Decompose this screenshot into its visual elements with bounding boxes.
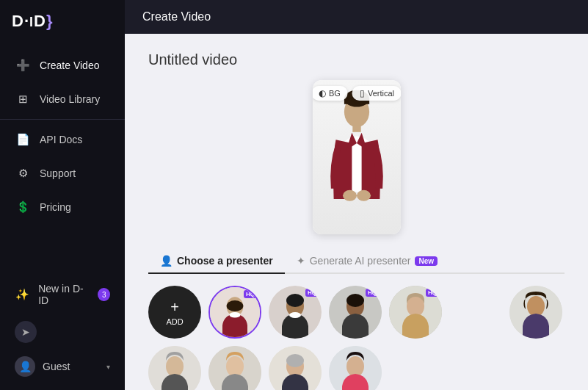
new-tab-badge: New [415,256,438,266]
svg-point-25 [226,356,244,377]
presenter-thumb-1[interactable]: HQ [208,286,261,339]
sparkle-icon: ✨ [15,286,29,303]
content-area: Untitled video ◐ BG ▯ Vertical [125,34,588,390]
new-in-did-label: New in D-ID [38,283,89,306]
presenter-grid: + ADD HQ [148,286,565,390]
svg-point-4 [357,190,371,201]
sidebar-item-support[interactable]: ⚙ Support [0,156,125,190]
vertical-icon: ▯ [360,88,365,98]
user-chevron-icon: ▾ [106,363,110,371]
video-preview-container: ◐ BG ▯ Vertical [148,80,565,234]
nav-divider [0,119,125,120]
sidebar-nav: ➕ Create Video ⊞ Video Library 📄 API Doc… [0,43,125,274]
grid-icon: ⊞ [15,91,31,107]
bg-button[interactable]: ◐ BG [313,86,348,101]
presenter-preview-image [313,80,401,234]
svg-point-28 [286,354,304,367]
person-icon: 👤 [160,255,173,267]
sidebar-bottom: ✨ New in D-ID 3 ➤ 👤 Guest ▾ [0,274,125,390]
video-preview: ◐ BG ▯ Vertical [313,80,401,234]
sidebar-label-create-video: Create Video [40,59,99,71]
svg-point-21 [527,296,545,317]
svg-point-3 [343,190,357,201]
presenter-avatar-8 [269,346,322,390]
sidebar-label-video-library: Video Library [40,93,100,105]
svg-point-10 [229,312,240,318]
hq-badge-3: HQ [366,289,379,297]
svg-point-23 [166,356,184,377]
add-presenter-button[interactable]: + ADD [148,286,201,339]
presenter-svg [324,87,390,227]
svg-point-17 [346,294,364,307]
svg-rect-1 [352,125,360,132]
logo-area: D·ID} [0,0,125,43]
sidebar-item-new-in-did[interactable]: ✨ New in D-ID 3 [0,274,125,315]
hq-badge-4: HQ [426,289,439,297]
presenter-avatar-6 [148,346,201,390]
presenter-avatar-5 [509,286,562,339]
dollar-icon: 💲 [15,199,31,215]
svg-point-13 [286,294,304,307]
page-title: Create Video [142,10,211,23]
sidebar-item-video-library[interactable]: ⊞ Video Library [0,82,125,116]
presenter-thumb-6[interactable] [148,346,201,390]
presenter-thumb-7[interactable] [208,346,261,390]
logo-bracket: } [46,12,54,30]
tab-generate-ai[interactable]: ✦ Generate AI presenter New [285,249,449,272]
presenter-thumb-9[interactable] [329,346,382,390]
user-menu[interactable]: 👤 Guest ▾ [0,349,125,384]
tab-choose-presenter[interactable]: 👤 Choose a presenter [148,249,285,272]
collapse-button[interactable]: ➤ [15,321,37,343]
presenter-avatar-9 [329,346,382,390]
sidebar: D·ID} ➕ Create Video ⊞ Video Library 📄 A… [0,0,125,390]
logo: D·ID} [12,12,53,31]
ai-icon: ✦ [297,255,305,267]
bg-icon: ◐ [319,88,326,98]
tab-generate-label: Generate AI presenter [310,255,411,267]
main-content: Create Video Untitled video ◐ BG ▯ Verti… [125,0,588,390]
gear-icon: ⚙ [15,165,31,181]
sidebar-label-api-docs: API Docs [40,134,82,145]
bg-label: BG [329,89,341,98]
sidebar-item-api-docs[interactable]: 📄 API Docs [0,123,125,156]
vertical-button[interactable]: ▯ Vertical [352,86,401,101]
svg-point-30 [346,356,364,377]
svg-point-9 [227,300,244,311]
presenter-thumb-3[interactable]: HQ [329,286,382,339]
sidebar-label-pricing: Pricing [40,201,71,213]
new-badge: 3 [98,288,110,301]
plus-sign: + [170,299,179,316]
presenter-tabs: 👤 Choose a presenter ✦ Generate AI prese… [148,249,565,274]
video-title: Untitled video [148,51,565,68]
user-label: Guest [43,361,70,372]
tab-choose-label: Choose a presenter [177,255,273,267]
hq-badge-1: HQ [244,290,257,298]
hq-badge-2: HQ [305,289,319,297]
user-avatar-icon: 👤 [15,356,35,377]
vertical-label: Vertical [368,89,394,98]
presenter-thumb-8[interactable] [269,346,322,390]
presenter-thumb-4[interactable]: HQ [389,286,442,339]
sidebar-item-pricing[interactable]: 💲 Pricing [0,190,125,224]
presenter-avatar-7 [208,346,261,390]
top-bar: Create Video [125,0,588,34]
sidebar-item-create-video[interactable]: ➕ Create Video [0,48,125,82]
doc-icon: 📄 [15,131,31,148]
preview-buttons: ◐ BG ▯ Vertical [313,86,401,101]
plus-icon: ➕ [15,57,31,73]
svg-point-14 [289,312,301,318]
presenter-thumb-2[interactable]: HQ [269,286,322,339]
sidebar-label-support: Support [40,167,76,179]
add-label: ADD [166,317,183,326]
presenter-thumb-5[interactable] [509,286,562,339]
